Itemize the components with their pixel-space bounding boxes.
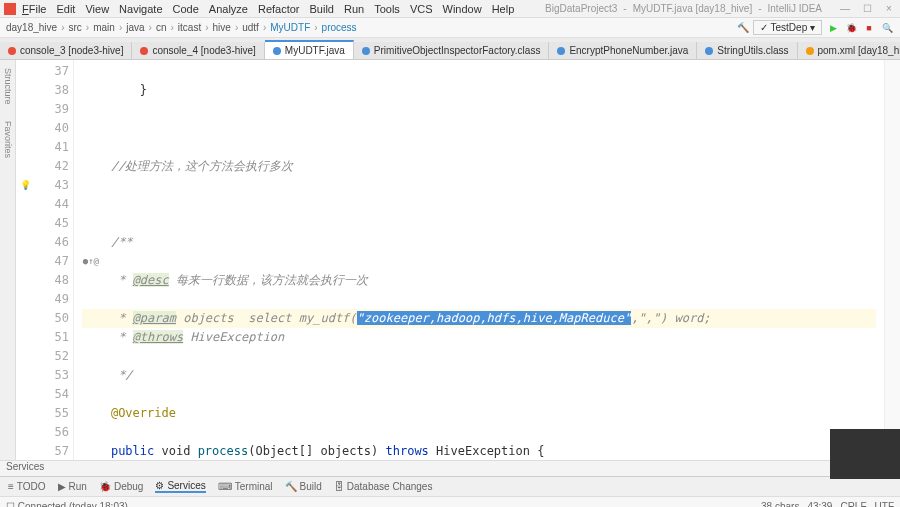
crumb-9[interactable]: process [322, 22, 357, 33]
hammer-icon[interactable]: 🔨 [737, 22, 749, 33]
status-encoding[interactable]: UTF [875, 501, 894, 507]
status-bar: ☐ Connected (today 18:03) 38 chars 43:39… [0, 496, 900, 507]
close-button[interactable]: × [882, 3, 896, 14]
bottom-tool-tabs: ≡ TODO ▶ Run 🐞 Debug ⚙ Services ⌨ Termin… [0, 476, 900, 496]
titlebar: FFile Edit View Navigate Code Analyze Re… [0, 0, 900, 18]
menu-run[interactable]: Run [344, 3, 364, 15]
menu-help[interactable]: Help [492, 3, 515, 15]
class-icon [705, 47, 713, 55]
editor: Structure Favorites 37383940 41424344 45… [0, 60, 900, 460]
line-gutter[interactable]: 37383940 41424344 45464748 49505152 5354… [16, 60, 74, 460]
editor-tabs: console_3 [node3-hive] console_4 [node3-… [0, 38, 900, 60]
crumb-1[interactable]: src [69, 22, 82, 33]
menu-code[interactable]: Code [173, 3, 199, 15]
menu-refactor[interactable]: Refactor [258, 3, 300, 15]
menu-vcs[interactable]: VCS [410, 3, 433, 15]
menu-navigate[interactable]: Navigate [119, 3, 162, 15]
class-icon [362, 47, 370, 55]
selection: "zookeeper,hadoop,hdfs,hive,MapReduce" [357, 311, 632, 325]
menu-analyze[interactable]: Analyze [209, 3, 248, 15]
tab-terminal[interactable]: ⌨ Terminal [218, 481, 273, 492]
maximize-button[interactable]: ☐ [860, 3, 874, 14]
status-chars: 38 chars [761, 501, 799, 507]
crumb-6[interactable]: hive [213, 22, 231, 33]
crumb-0[interactable]: day18_hive [6, 22, 57, 33]
stop-button[interactable]: ■ [862, 21, 876, 35]
tab-stringutils[interactable]: StringUtils.class [697, 42, 797, 59]
menu-window[interactable]: Window [443, 3, 482, 15]
status-caret[interactable]: 43:39 [807, 501, 832, 507]
app-icon [4, 3, 16, 15]
webcam-overlay [830, 429, 900, 479]
tab-run[interactable]: ▶ Run [58, 481, 87, 492]
code-area[interactable]: } //处理方法，这个方法会执行多次 /** * @desc 每来一行数据，该方… [74, 60, 884, 460]
right-tool-stripe[interactable] [884, 60, 900, 460]
crumb-2[interactable]: main [93, 22, 115, 33]
tab-build[interactable]: 🔨 Build [285, 481, 322, 492]
tab-todo[interactable]: ≡ TODO [8, 481, 46, 492]
title-right: BigDataProject3 - MyUDTF.java [day18_hiv… [545, 3, 896, 14]
title-project: BigDataProject3 [545, 3, 617, 14]
structure-tool[interactable]: Structure [3, 64, 13, 109]
menu-tools[interactable]: Tools [374, 3, 400, 15]
favorites-tool[interactable]: Favorites [3, 117, 13, 162]
xml-icon [806, 47, 814, 55]
tab-console-4[interactable]: console_4 [node3-hive] [132, 42, 264, 59]
tab-encrypt[interactable]: EncryptPhoneNumber.java [549, 42, 697, 59]
crumb-5[interactable]: itcast [178, 22, 201, 33]
status-connection: ☐ Connected (today 18:03) [6, 501, 128, 507]
tool-label[interactable]: Services [0, 460, 900, 476]
status-eol[interactable]: CRLF [840, 501, 866, 507]
minimize-button[interactable]: — [838, 3, 852, 14]
menu-file[interactable]: FFile [22, 3, 46, 15]
crumb-3[interactable]: java [126, 22, 144, 33]
crumb-8[interactable]: MyUDTF [270, 22, 310, 33]
tab-primitive[interactable]: PrimitiveObjectInspectorFactory.class [354, 42, 550, 59]
menu-build[interactable]: Build [310, 3, 334, 15]
tab-console-3[interactable]: console_3 [node3-hive] [0, 42, 132, 59]
menu-view[interactable]: View [85, 3, 109, 15]
menu-edit[interactable]: Edit [56, 3, 75, 15]
main-menu: FFile Edit View Navigate Code Analyze Re… [22, 3, 514, 15]
run-button[interactable]: ▶ [826, 21, 840, 35]
title-file: MyUDTF.java [day18_hive] [633, 3, 753, 14]
navigation-bar: day18_hive› src› main› java› cn› itcast›… [0, 18, 900, 38]
java-icon [557, 47, 565, 55]
debug-button[interactable]: 🐞 [844, 21, 858, 35]
java-icon [273, 47, 281, 55]
tab-debug[interactable]: 🐞 Debug [99, 481, 143, 492]
breadcrumb[interactable]: day18_hive› src› main› java› cn› itcast›… [6, 22, 357, 33]
tab-services[interactable]: ⚙ Services [155, 480, 205, 493]
console-icon [140, 47, 148, 55]
run-config-select[interactable]: ✓ TestDep ▾ [753, 20, 822, 35]
left-tool-stripe[interactable]: Structure Favorites [0, 60, 16, 460]
tab-db[interactable]: 🗄 Database Changes [334, 481, 433, 492]
console-icon [8, 47, 16, 55]
tab-myudtf[interactable]: MyUDTF.java [265, 40, 354, 59]
crumb-4[interactable]: cn [156, 22, 167, 33]
tab-pom[interactable]: pom.xml [day18_hive] [798, 42, 901, 59]
title-ide: IntelliJ IDEA [768, 3, 822, 14]
crumb-7[interactable]: udtf [242, 22, 259, 33]
search-icon[interactable]: 🔍 [880, 21, 894, 35]
